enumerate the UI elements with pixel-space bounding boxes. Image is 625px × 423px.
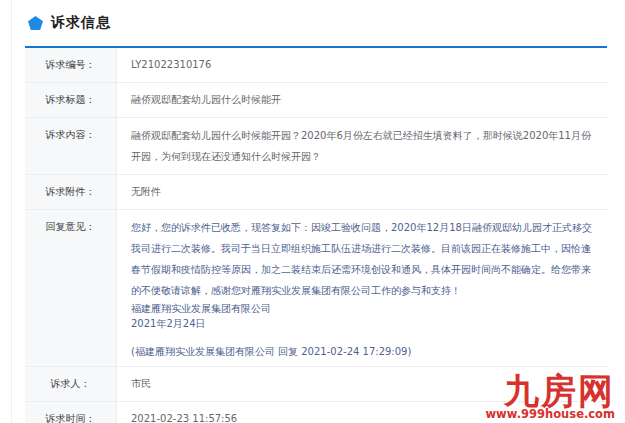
pentagon-icon — [28, 16, 43, 30]
reply-timestamp: (福建雁翔实业发展集团有限公司 回复 2021-02-24 17:29:09) — [131, 344, 593, 359]
reply-value: 您好，您的诉求件已收悉，现答复如下：因竣工验收问题，2020年12月18日融侨观… — [117, 210, 607, 366]
complaint-title-label: 诉求标题： — [25, 83, 117, 117]
complaint-time-value: 2021-02-23 11:57:56 — [117, 402, 607, 423]
complaint-attachment-value: 无附件 — [117, 175, 607, 209]
table-row-reply: 回复意见： 您好，您的诉求件已收悉，现答复如下：因竣工验收问题，2020年12月… — [25, 210, 607, 367]
complaint-id-label: 诉求编号： — [25, 48, 117, 82]
complaint-content-value: 融侨观邸配套幼儿园什么时候能开园？2020年6月份左右就已经招生填资料了，那时候… — [117, 118, 607, 174]
reply-label: 回复意见： — [25, 210, 117, 366]
page-header: 诉求信息 — [28, 12, 625, 34]
table-row-complaint-title: 诉求标题： 融侨观邸配套幼儿园什么时候能开 — [25, 83, 607, 118]
complaint-content-label: 诉求内容： — [25, 118, 117, 174]
complaint-info-table: 诉求编号： LY21022310176 诉求标题： 融侨观邸配套幼儿园什么时候能… — [25, 46, 607, 423]
complaint-id-value: LY21022310176 — [117, 48, 607, 82]
complainant-value: 市民 — [117, 367, 607, 401]
table-row-complaint-id: 诉求编号： LY21022310176 — [25, 48, 607, 83]
complaint-title-value: 融侨观邸配套幼儿园什么时候能开 — [117, 83, 607, 117]
complaint-detail-page: 诉求信息 诉求编号： LY21022310176 诉求标题： 融侨观邸配套幼儿园… — [0, 0, 625, 423]
reply-paragraph: 您好，您的诉求件已收悉，现答复如下：因竣工验收问题，2020年12月18日融侨观… — [131, 217, 593, 301]
table-row-complaint-time: 诉求时间： 2021-02-23 11:57:56 — [25, 402, 607, 423]
page-title: 诉求信息 — [51, 14, 111, 32]
complaint-time-label: 诉求时间： — [25, 402, 117, 423]
reply-date: 2021年2月24日 — [131, 316, 593, 331]
complainant-label: 诉求人： — [25, 367, 117, 401]
table-row-complainant: 诉求人： 市民 — [25, 367, 607, 402]
reply-company: 福建雁翔实业发展集团有限公司 — [131, 301, 593, 316]
table-row-complaint-attachment: 诉求附件： 无附件 — [25, 175, 607, 210]
complaint-attachment-label: 诉求附件： — [25, 175, 117, 209]
table-row-complaint-content: 诉求内容： 融侨观邸配套幼儿园什么时候能开园？2020年6月份左右就已经招生填资… — [25, 118, 607, 175]
